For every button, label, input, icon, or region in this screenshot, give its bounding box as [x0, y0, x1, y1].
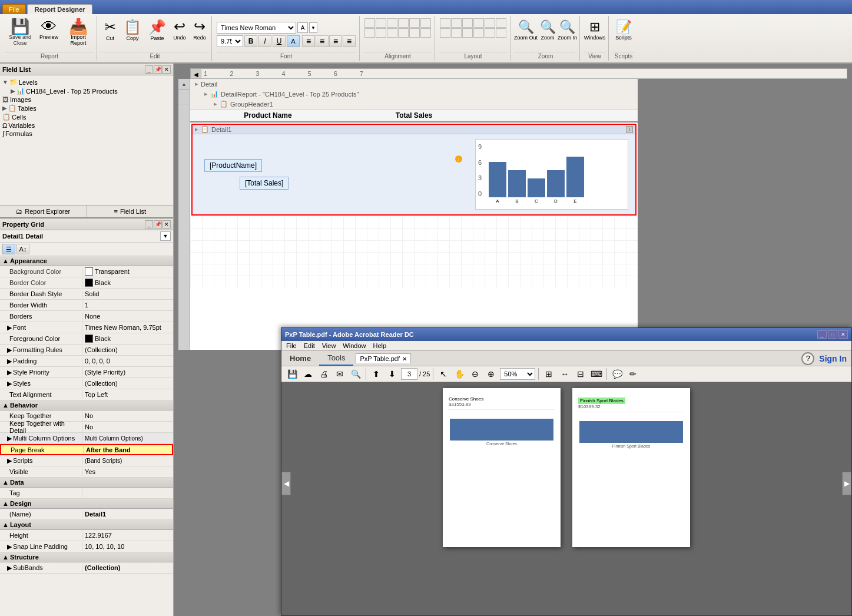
layout-btn-10[interactable]	[473, 28, 484, 38]
windows-button[interactable]: ⊞ Windows	[584, 19, 606, 41]
underline-button[interactable]: U	[273, 35, 286, 47]
styles-expand[interactable]: ▶	[7, 380, 12, 388]
font-size-select[interactable]: 9.75	[217, 35, 243, 47]
foreground-color-value[interactable]: Black	[82, 334, 173, 343]
appearance-section[interactable]: ▲ Appearance	[0, 256, 173, 266]
pdf-print-btn[interactable]: 🖨	[317, 367, 331, 380]
align-btn-6[interactable]	[420, 18, 431, 28]
align-right-button[interactable]: ≡	[329, 35, 342, 47]
pdf-restore-btn[interactable]: □	[828, 330, 837, 339]
behavior-section[interactable]: ▲ Behavior	[0, 400, 173, 410]
align-btn-11[interactable]	[409, 28, 420, 38]
field-list-close[interactable]: ✕	[163, 65, 171, 74]
layout-btn-3[interactable]	[462, 18, 473, 28]
layout-btn-12[interactable]	[496, 28, 506, 38]
data-section[interactable]: ▲ Data	[0, 478, 173, 488]
italic-button[interactable]: I	[258, 35, 271, 47]
prop-sort-alpha-btn[interactable]: A↕	[16, 244, 29, 254]
field-list-tab[interactable]: ≡ Field List	[87, 206, 174, 217]
levels-item[interactable]: ▼ 📁 Levels	[1, 78, 172, 87]
style-priority-value[interactable]: (Style Priority)	[82, 368, 173, 376]
pdf-scroll-right[interactable]: ▶	[842, 472, 851, 495]
pdf-page-input[interactable]	[401, 368, 417, 380]
layout-btn-1[interactable]	[440, 18, 450, 28]
pdf-hand-btn[interactable]: ✋	[452, 367, 466, 380]
background-color-value[interactable]: Transparent	[82, 267, 173, 276]
zoom-in-button[interactable]: 🔍 Zoom In	[558, 19, 577, 41]
layout-btn-2[interactable]	[451, 18, 462, 28]
pdf-menu-window[interactable]: Window	[343, 342, 366, 349]
pdf-content-area[interactable]: ◀ Conserve Shoes $31553.89	[281, 382, 851, 615]
pdf-close-btn[interactable]: ✕	[838, 330, 848, 339]
field-list-minimize[interactable]: _	[145, 65, 153, 74]
border-color-value[interactable]: Black	[82, 278, 173, 287]
align-btn-12[interactable]	[420, 28, 431, 38]
report-designer-tab[interactable]: Report Designer	[27, 4, 93, 14]
pdf-fit-page-btn[interactable]: ⊞	[542, 367, 556, 380]
height-value[interactable]: 122.9167	[82, 531, 173, 539]
borders-value[interactable]: None	[82, 312, 173, 320]
multi-column-expand[interactable]: ▶	[7, 435, 12, 442]
name-value[interactable]: Detail1	[82, 510, 173, 518]
pdf-comment-btn[interactable]: 💬	[610, 367, 624, 380]
tables-item[interactable]: ▶ 📋 Tables	[1, 104, 172, 112]
border-dash-style-value[interactable]: Solid	[82, 290, 173, 298]
pdf-file-tab[interactable]: PxP Table.pdf ✕	[356, 353, 410, 363]
structure-section[interactable]: ▲ Structure	[0, 552, 173, 562]
style-priority-expand[interactable]: ▶	[7, 369, 12, 376]
font-color-dropdown[interactable]: ▼	[309, 22, 317, 33]
zoom-button[interactable]: 🔍 Zoom	[539, 19, 556, 41]
detail1-band[interactable]: ▸ 📋 Detail1 ↕ [ProductName]	[191, 124, 636, 216]
field-list-pin[interactable]: 📌	[154, 65, 162, 74]
prop-grid-minimize[interactable]: _	[145, 220, 153, 228]
pdf-minimize-btn[interactable]: _	[817, 330, 827, 339]
padding-value[interactable]: 0, 0, 0, 0	[82, 357, 173, 365]
keep-together-value[interactable]: No	[82, 412, 173, 420]
prop-grid-pin[interactable]: 📌	[154, 220, 162, 228]
layout-btn-8[interactable]	[451, 28, 462, 38]
font-expand-icon[interactable]: ▶	[7, 324, 12, 332]
pdf-prev-page-btn[interactable]: ⬆	[369, 367, 383, 380]
cells-item[interactable]: 📋 Cells	[1, 112, 172, 121]
design-section[interactable]: ▲ Design	[0, 499, 173, 509]
import-report-button[interactable]: 📥 Import Report	[62, 17, 94, 48]
ruler-top-arrow[interactable]: ▲	[178, 79, 190, 90]
formatting-rules-value[interactable]: (Collection)	[82, 346, 173, 354]
images-item[interactable]: 🖼 Images	[1, 95, 172, 104]
pdf-menu-file[interactable]: File	[286, 342, 297, 349]
border-width-value[interactable]: 1	[82, 301, 173, 309]
ruler-left-btn[interactable]: ◀	[191, 69, 201, 79]
product-name-field[interactable]: [ProductName] !	[204, 159, 459, 172]
cut-button[interactable]: ✂ Cut	[101, 17, 120, 43]
pdf-tab-close-btn[interactable]: ✕	[402, 356, 407, 362]
formatting-rules-expand[interactable]: ▶	[7, 346, 12, 354]
text-alignment-value[interactable]: Top Left	[82, 390, 173, 399]
formulas-item[interactable]: ∫ Formulas	[1, 130, 172, 138]
pdf-tools-tab[interactable]: Tools	[319, 351, 353, 366]
font-color-picker[interactable]: A	[297, 22, 308, 33]
pdf-email-btn[interactable]: ✉	[333, 367, 347, 380]
ch184-item[interactable]: ▶ 📊 CH184_Level - Top 25 Products	[1, 87, 172, 95]
align-btn-4[interactable]	[398, 18, 409, 28]
pdf-sign-in-btn[interactable]: Sign In	[819, 354, 847, 363]
copy-button[interactable]: 📋 Copy	[121, 17, 144, 43]
save-and-close-button[interactable]: 💾 Save and Close	[5, 17, 35, 48]
preview-button[interactable]: 👁 Preview	[37, 17, 61, 42]
layout-btn-11[interactable]	[485, 28, 495, 38]
pdf-select-btn[interactable]: ↖	[436, 367, 450, 380]
align-btn-7[interactable]	[364, 28, 375, 38]
align-justify-button[interactable]: ≡	[343, 35, 356, 47]
pdf-save-btn[interactable]: 💾	[285, 367, 299, 380]
zoom-out-button[interactable]: 🔍 Zoom Out	[514, 19, 538, 41]
align-btn-2[interactable]	[376, 18, 386, 28]
layout-section[interactable]: ▲ Layout	[0, 520, 173, 530]
page-break-value[interactable]: After the Band	[84, 446, 172, 454]
align-btn-10[interactable]	[398, 28, 409, 38]
scripts-ribbon-button[interactable]: 📝 Scripts	[612, 19, 635, 41]
align-center-button[interactable]: ≡	[316, 35, 329, 47]
pdf-keyboard-btn[interactable]: ⌨	[589, 367, 604, 380]
tag-value[interactable]	[82, 492, 173, 494]
designer-scroll-area[interactable]: ◀ 1234567 ▲	[174, 64, 852, 352]
align-btn-1[interactable]	[364, 18, 375, 28]
scripts-value[interactable]: (Band Scripts)	[82, 457, 173, 465]
